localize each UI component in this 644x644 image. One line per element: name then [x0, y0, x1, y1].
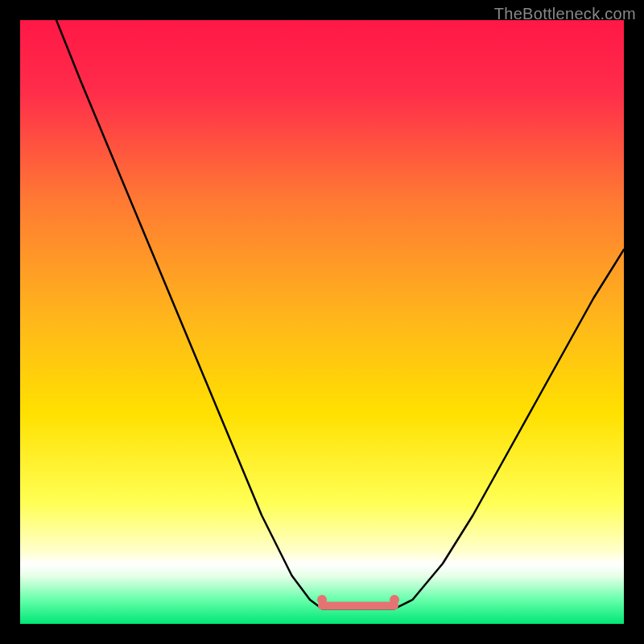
chart-container: TheBottleneck.com	[0, 0, 644, 644]
plot-area	[20, 20, 624, 624]
watermark-text: TheBottleneck.com	[494, 5, 636, 23]
gradient-background	[20, 20, 624, 624]
point-marker-right-dot	[390, 595, 399, 605]
point-marker-left-dot	[317, 595, 327, 605]
chart-svg	[20, 20, 624, 624]
